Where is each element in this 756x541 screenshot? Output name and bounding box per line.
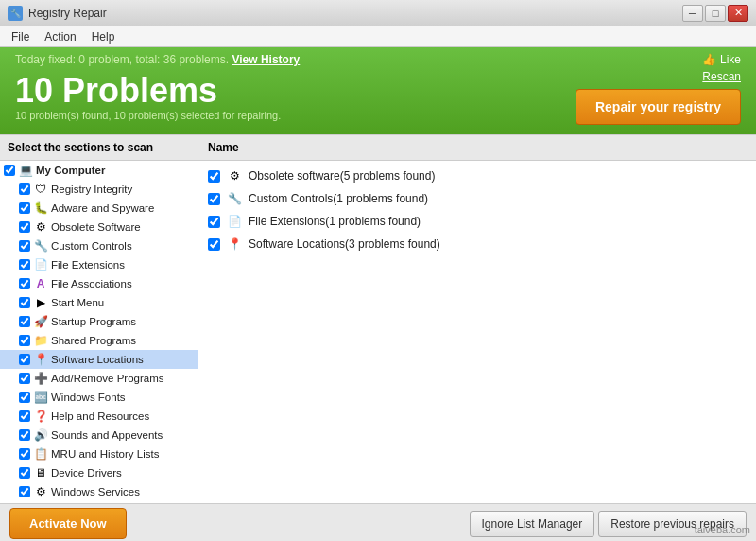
banner-info: Today fixed: 0 problem, total: 36 proble…: [15, 53, 300, 66]
tree-item-virtual-devices[interactable]: 💾 Virtual Devices: [0, 501, 198, 503]
rescan-link[interactable]: Rescan: [702, 70, 741, 83]
right-panel-content: ⚙ Obsolete software(5 problems found) 🔧 …: [198, 161, 756, 503]
tree-item-mru-history[interactable]: 📋 MRU and History Lists: [0, 445, 198, 463]
label-my-computer: My Computer: [36, 165, 105, 176]
tree-item-file-extensions[interactable]: 📄 File Extensions: [0, 255, 198, 274]
checkbox-file-associations[interactable]: [19, 278, 30, 289]
tree-item-startup-programs[interactable]: 🚀 Startup Programs: [0, 312, 198, 331]
checkbox-software-locations[interactable]: [19, 354, 30, 365]
checkbox-add-remove[interactable]: [19, 373, 30, 384]
watermark: taiveba.com: [695, 524, 750, 535]
label-adware-spyware: Adware and Spyware: [51, 202, 154, 214]
label-shared-programs: Shared Programs: [51, 335, 136, 346]
tree-item-software-locations[interactable]: 📍 Software Locations: [0, 350, 198, 369]
checkbox-startup-programs[interactable]: [19, 316, 30, 327]
label-file-associations: File Associations: [51, 278, 132, 289]
checkbox-result-sw-locations[interactable]: [208, 238, 220, 251]
window-title: Registry Repair: [28, 7, 107, 20]
checkbox-registry-integrity[interactable]: [19, 183, 30, 195]
tree-item-obsolete-software[interactable]: ⚙ Obsolete Software: [0, 218, 198, 236]
checkbox-mru-history[interactable]: [19, 448, 30, 460]
label-help-resources: Help and Resources: [51, 410, 149, 422]
label-custom-controls: Custom Controls: [51, 240, 132, 252]
tree-item-start-menu[interactable]: ▶ Start Menu: [0, 293, 198, 312]
label-software-locations: Software Locations: [51, 354, 144, 365]
tree-item-adware-spyware[interactable]: 🐛 Adware and Spyware: [0, 199, 198, 218]
activate-button[interactable]: Activate Now: [9, 508, 127, 539]
label-result-obsolete: Obsolete software(5 problems found): [249, 169, 435, 183]
label-result-file-ext: File Extensions(1 problems found): [249, 215, 421, 228]
checkbox-windows-services[interactable]: [19, 486, 30, 497]
sound-icon: 🔊: [33, 428, 48, 443]
letter-a-icon: A: [33, 276, 48, 291]
checkbox-custom-controls[interactable]: [19, 240, 30, 252]
tree-item-sounds-appevents[interactable]: 🔊 Sounds and Appevents: [0, 426, 198, 445]
checkbox-device-drivers[interactable]: [19, 467, 30, 479]
tree-item-add-remove[interactable]: ➕ Add/Remove Programs: [0, 369, 198, 388]
close-button[interactable]: ✕: [728, 5, 748, 22]
checkbox-result-obsolete[interactable]: [208, 170, 220, 183]
service-icon: ⚙: [33, 484, 48, 499]
tree-item-registry-integrity[interactable]: 🛡 Registry Integrity: [0, 180, 198, 199]
main-content: Select the sections to scan 💻 My Compute…: [0, 134, 756, 503]
tree-item-windows-services[interactable]: ⚙ Windows Services: [0, 482, 198, 501]
startup-icon: 🚀: [33, 314, 48, 329]
addremove-icon: ➕: [33, 371, 48, 386]
menu-help[interactable]: Help: [84, 28, 123, 45]
problems-count: 10 Problems: [15, 74, 281, 108]
right-panel-header: Name: [198, 135, 756, 161]
bug-icon: 🐛: [33, 201, 48, 216]
label-device-drivers: Device Drivers: [51, 467, 122, 479]
like-button[interactable]: 👍 Like: [702, 53, 741, 66]
folder-icon: 📁: [33, 333, 48, 348]
tree-item-shared-programs[interactable]: 📁 Shared Programs: [0, 331, 198, 350]
help-icon: ❓: [33, 409, 48, 424]
label-file-extensions: File Extensions: [51, 259, 125, 270]
checkbox-my-computer[interactable]: [4, 165, 15, 176]
mru-icon: 📋: [33, 446, 48, 462]
repair-button[interactable]: Repair your registry: [576, 89, 741, 125]
checkbox-result-custom-controls[interactable]: [208, 193, 220, 205]
checkbox-sounds-appevents[interactable]: [19, 429, 30, 441]
computer-icon: 💻: [18, 163, 33, 178]
driver-icon: 🖥: [33, 465, 48, 480]
checkbox-shared-programs[interactable]: [19, 335, 30, 346]
file-icon: 📄: [33, 257, 48, 272]
font-icon: 🔤: [33, 390, 48, 405]
menu-action[interactable]: Action: [37, 28, 83, 45]
result-custom-controls[interactable]: 🔧 Custom Controls(1 problems found): [202, 187, 752, 210]
label-sounds-appevents: Sounds and Appevents: [51, 429, 163, 441]
checkbox-file-extensions[interactable]: [19, 259, 30, 270]
result-file-ext[interactable]: 📄 File Extensions(1 problems found): [202, 210, 752, 233]
checkbox-adware-spyware[interactable]: [19, 202, 30, 214]
checkbox-start-menu[interactable]: [19, 297, 30, 308]
result-sw-locations[interactable]: 📍 Software Locations(3 problems found): [202, 233, 752, 255]
menu-file[interactable]: File: [4, 28, 37, 45]
tree-item-my-computer[interactable]: 💻 My Computer: [0, 161, 198, 180]
left-panel-scroll[interactable]: 💻 My Computer 🛡 Registry Integrity 🐛 Adw…: [0, 161, 198, 503]
tree-item-help-resources[interactable]: ❓ Help and Resources: [0, 407, 198, 426]
title-bar: 🔧 Registry Repair ─ □ ✕: [0, 0, 756, 26]
label-result-custom-controls: Custom Controls(1 problems found): [249, 192, 428, 205]
label-mru-history: MRU and History Lists: [51, 448, 159, 460]
tree-item-custom-controls[interactable]: 🔧 Custom Controls: [0, 236, 198, 255]
label-windows-fonts: Windows Fonts: [51, 392, 126, 403]
gear-icon: ⚙: [33, 219, 48, 235]
app-icon: 🔧: [8, 6, 23, 21]
checkbox-obsolete-software[interactable]: [19, 221, 30, 233]
tree-item-windows-fonts[interactable]: 🔤 Windows Fonts: [0, 388, 198, 407]
ignore-list-button[interactable]: Ignore List Manager: [470, 511, 595, 537]
view-history-link[interactable]: View History: [232, 53, 300, 66]
label-startup-programs: Startup Programs: [51, 316, 136, 327]
minimize-button[interactable]: ─: [682, 5, 703, 22]
label-obsolete-software: Obsolete Software: [51, 221, 141, 233]
left-panel-header: Select the sections to scan: [0, 135, 198, 161]
checkbox-windows-fonts[interactable]: [19, 392, 30, 403]
tree-item-file-associations[interactable]: A File Associations: [0, 274, 198, 293]
checkbox-help-resources[interactable]: [19, 410, 30, 422]
maximize-button[interactable]: □: [705, 5, 726, 22]
checkbox-result-file-ext[interactable]: [208, 216, 220, 228]
result-obsolete[interactable]: ⚙ Obsolete software(5 problems found): [202, 165, 752, 187]
tree-item-device-drivers[interactable]: 🖥 Device Drivers: [0, 463, 198, 482]
label-add-remove: Add/Remove Programs: [51, 373, 164, 384]
